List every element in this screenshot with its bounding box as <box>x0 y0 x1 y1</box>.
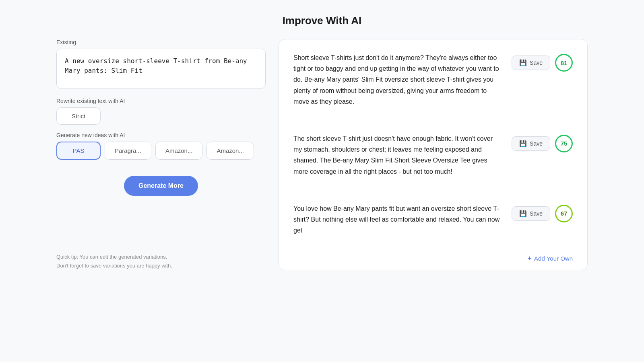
add-your-own[interactable]: + Add Your Own <box>279 249 587 270</box>
save-button-3[interactable]: 💾 Save <box>512 206 550 221</box>
rewrite-section: Rewrite existing text with AI Strict <box>56 98 266 125</box>
existing-label: Existing <box>56 39 266 45</box>
quick-tip-line2: Don't forget to save variations you are … <box>56 261 266 270</box>
amazon2-button[interactable]: Amazon... <box>206 142 254 160</box>
add-your-own-label: Add Your Own <box>534 255 573 262</box>
generate-label: Generate new ideas with AI <box>56 132 266 138</box>
generate-more-button[interactable]: Generate More <box>124 176 198 196</box>
generate-ideas-section: Generate new ideas with AI PAS Paragra..… <box>56 132 266 160</box>
ideas-buttons: PAS Paragra... Amazon... Amazon... <box>56 142 266 160</box>
score-value-1: 81 <box>561 60 568 66</box>
rewrite-buttons: Strict <box>56 107 266 125</box>
page-title: Improve With AI <box>283 14 362 27</box>
score-circle-2: 75 <box>555 135 573 152</box>
rewrite-label: Rewrite existing text with AI <box>56 98 266 104</box>
result-text-2: The short sleeve T-shirt just doesn't ha… <box>293 133 502 177</box>
save-icon-3: 💾 <box>519 210 527 217</box>
right-panel: Short sleeve T-shirts just don't do it a… <box>279 39 588 270</box>
save-button-1[interactable]: 💾 Save <box>512 56 550 70</box>
pas-button[interactable]: PAS <box>56 142 101 160</box>
add-icon: + <box>528 254 532 263</box>
result-text-1: Short sleeve T-shirts just don't do it a… <box>293 52 502 107</box>
save-label-3: Save <box>530 210 543 217</box>
result-item: You love how Be-any Mary pants fit but w… <box>279 190 587 249</box>
result-actions-3: 💾 Save 67 <box>512 205 573 222</box>
save-icon-1: 💾 <box>519 59 527 66</box>
left-panel: Existing A new oversize short-sleeve T-s… <box>56 39 266 270</box>
result-actions-2: 💾 Save 75 <box>512 135 573 152</box>
quick-tip: Quick tip: You can edit the generated va… <box>56 241 266 270</box>
result-text-3: You love how Be-any Mary pants fit but w… <box>293 203 502 236</box>
result-item: Short sleeve T-shirts just don't do it a… <box>279 39 587 120</box>
paragra-button[interactable]: Paragra... <box>105 142 151 160</box>
score-circle-1: 81 <box>555 54 573 72</box>
save-label-2: Save <box>530 140 543 147</box>
existing-section: Existing A new oversize short-sleeve T-s… <box>56 39 266 90</box>
result-actions-1: 💾 Save 81 <box>512 54 573 72</box>
quick-tip-line1: Quick tip: You can edit the generated va… <box>56 253 266 261</box>
score-value-2: 75 <box>561 140 568 147</box>
save-label-1: Save <box>530 60 543 66</box>
strict-button[interactable]: Strict <box>56 107 101 125</box>
save-icon-2: 💾 <box>519 140 527 147</box>
score-circle-3: 67 <box>555 205 573 222</box>
save-button-2[interactable]: 💾 Save <box>512 136 550 151</box>
score-value-3: 67 <box>561 210 568 217</box>
result-item: The short sleeve T-shirt just doesn't ha… <box>279 120 587 190</box>
amazon1-button[interactable]: Amazon... <box>155 142 203 160</box>
existing-textarea[interactable]: A new oversize short-sleeve T-shirt from… <box>56 49 266 89</box>
